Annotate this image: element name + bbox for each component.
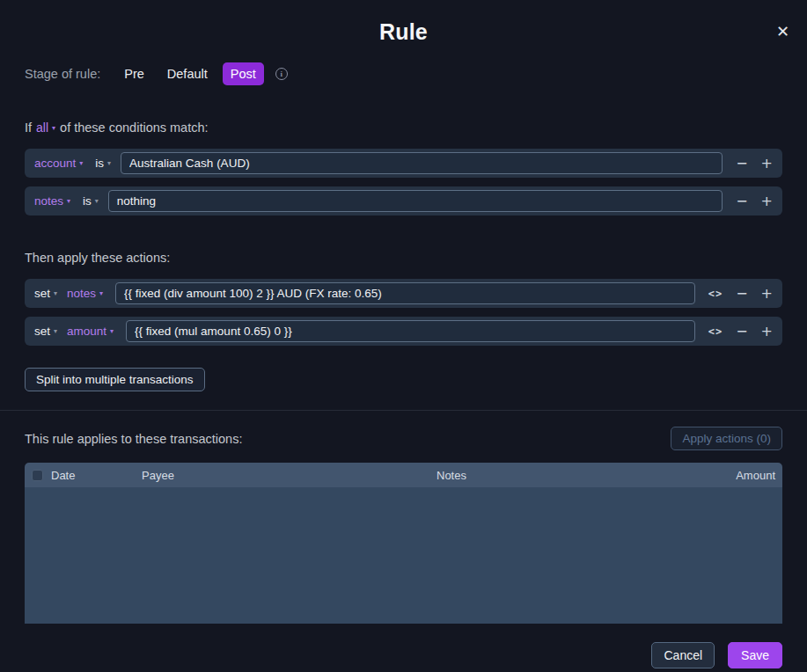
chevron-down-icon: ▾ bbox=[107, 159, 111, 167]
cancel-button[interactable]: Cancel bbox=[651, 642, 715, 668]
condition-field-select[interactable]: notes▾ bbox=[34, 194, 70, 208]
modal-footer: Cancel Save bbox=[0, 642, 807, 668]
transactions-label: This rule applies to these transactions: bbox=[25, 432, 242, 446]
select-all-checkbox[interactable] bbox=[32, 470, 43, 481]
save-button[interactable]: Save bbox=[728, 642, 782, 668]
column-header-payee[interactable]: Payee bbox=[142, 469, 437, 482]
divider bbox=[0, 410, 807, 411]
stage-option-pre[interactable]: Pre bbox=[116, 62, 152, 85]
action-field-select[interactable]: amount▾ bbox=[67, 325, 114, 338]
action-field-select[interactable]: notes▾ bbox=[67, 287, 103, 300]
close-icon[interactable]: ✕ bbox=[776, 24, 789, 40]
chevron-down-icon: ▾ bbox=[95, 197, 99, 205]
condition-field-select[interactable]: account▾ bbox=[34, 157, 83, 170]
actions-heading: Then apply these actions: bbox=[0, 251, 807, 265]
action-method-select[interactable]: set▾ bbox=[34, 287, 57, 300]
action-row: set▾ amount▾ <> − + bbox=[25, 317, 782, 346]
split-transactions-button[interactable]: Split into multiple transactions bbox=[25, 368, 205, 391]
remove-action-button[interactable]: − bbox=[736, 287, 747, 301]
column-header-notes[interactable]: Notes bbox=[437, 469, 696, 482]
condition-value-input[interactable] bbox=[121, 152, 723, 174]
condition-row: account▾ is▾ − + bbox=[25, 149, 782, 178]
table-header-row: Date Payee Notes Amount bbox=[25, 463, 782, 487]
stage-option-post[interactable]: Post bbox=[223, 62, 264, 85]
condition-rows: account▾ is▾ − + notes▾ is▾ − + bbox=[0, 149, 807, 215]
apply-actions-button[interactable]: Apply actions (0) bbox=[671, 427, 782, 450]
modal-header: Rule ✕ bbox=[0, 0, 807, 45]
remove-condition-button[interactable]: − bbox=[736, 194, 747, 208]
chevron-down-icon: ▾ bbox=[110, 327, 114, 335]
stage-label: Stage of rule: bbox=[25, 67, 100, 81]
add-condition-button[interactable]: + bbox=[761, 194, 773, 208]
transactions-table: Date Payee Notes Amount bbox=[25, 463, 782, 624]
info-icon[interactable]: i bbox=[275, 68, 288, 80]
remove-action-button[interactable]: − bbox=[736, 325, 747, 339]
template-code-icon[interactable]: <> bbox=[708, 289, 723, 299]
add-action-button[interactable]: + bbox=[761, 287, 773, 301]
chevron-down-icon: ▾ bbox=[52, 124, 55, 132]
chevron-down-icon: ▾ bbox=[54, 327, 57, 335]
action-row: set▾ notes▾ <> − + bbox=[25, 279, 782, 308]
transactions-head: This rule applies to these transactions:… bbox=[0, 427, 807, 450]
conditions-heading: If all▾ of these conditions match: bbox=[0, 121, 807, 135]
stage-row: Stage of rule: Pre Default Post i bbox=[0, 62, 807, 85]
action-rows: set▾ notes▾ <> − + set▾ amount▾ <> − + bbox=[0, 279, 807, 346]
add-condition-button[interactable]: + bbox=[761, 157, 773, 171]
chevron-down-icon: ▾ bbox=[79, 159, 83, 167]
condition-op-select[interactable]: is▾ bbox=[83, 194, 99, 208]
match-op-select[interactable]: all▾ bbox=[36, 121, 55, 135]
chevron-down-icon: ▾ bbox=[99, 289, 103, 297]
add-action-button[interactable]: + bbox=[761, 325, 773, 339]
action-value-input[interactable] bbox=[115, 282, 695, 304]
column-header-amount[interactable]: Amount bbox=[696, 469, 775, 482]
action-method-select[interactable]: set▾ bbox=[34, 325, 57, 338]
condition-op-select[interactable]: is▾ bbox=[95, 157, 111, 170]
conditions-prefix: If bbox=[25, 121, 32, 135]
chevron-down-icon: ▾ bbox=[67, 197, 70, 205]
action-value-input[interactable] bbox=[126, 320, 695, 342]
column-header-date[interactable]: Date bbox=[51, 469, 142, 482]
remove-condition-button[interactable]: − bbox=[736, 157, 747, 171]
stage-option-default[interactable]: Default bbox=[159, 62, 216, 85]
condition-row: notes▾ is▾ − + bbox=[25, 186, 782, 215]
chevron-down-icon: ▾ bbox=[54, 289, 57, 297]
template-code-icon[interactable]: <> bbox=[708, 326, 723, 337]
page-title: Rule bbox=[25, 19, 782, 45]
conditions-suffix: of these conditions match: bbox=[60, 121, 208, 135]
table-body-empty bbox=[25, 487, 782, 624]
condition-value-input[interactable] bbox=[108, 190, 723, 212]
